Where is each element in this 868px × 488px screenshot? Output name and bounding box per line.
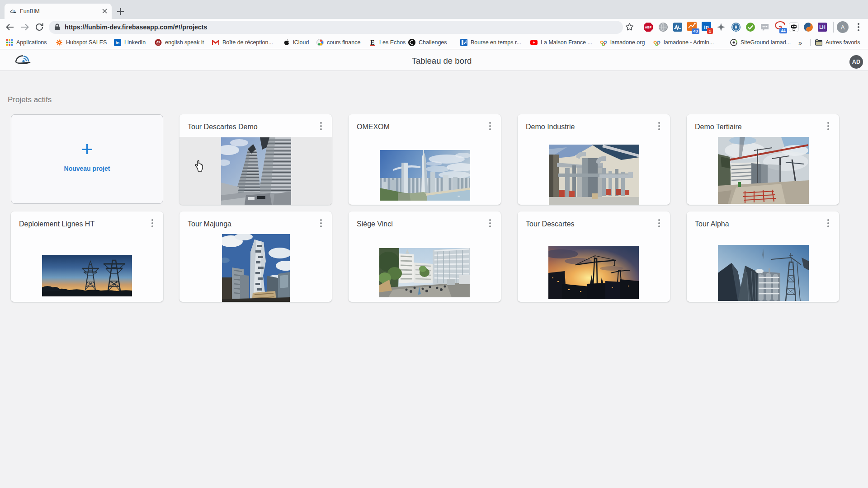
svg-text:E: E: [370, 39, 374, 46]
svg-text:in: in: [116, 40, 120, 45]
svg-text:1: 1: [709, 28, 712, 33]
svg-text:43: 43: [693, 29, 698, 33]
svg-text:ABP: ABP: [645, 26, 652, 29]
svg-text:44: 44: [781, 28, 785, 33]
svg-text:LH: LH: [819, 25, 825, 30]
